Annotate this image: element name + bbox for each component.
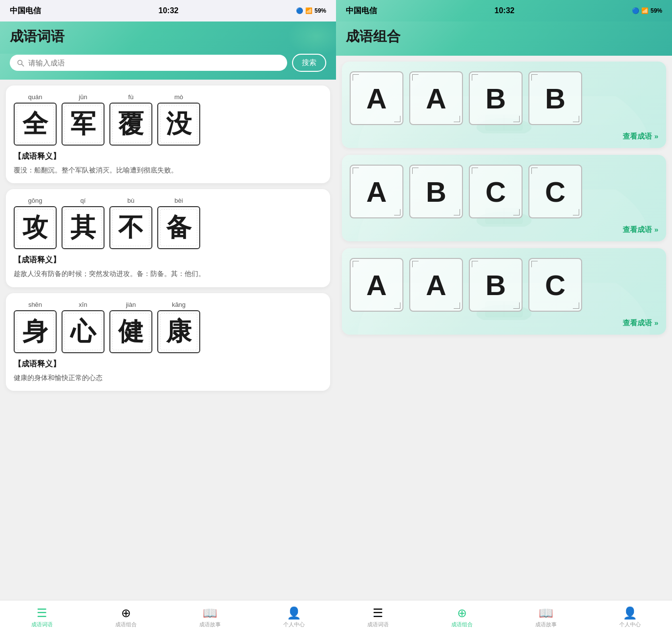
search-input[interactable] <box>28 59 280 67</box>
char-col-1-3: fù 覆 <box>109 93 152 146</box>
nav-item-combo-left[interactable]: ⊕ 成语组合 <box>115 607 137 628</box>
pinyin-3-4: kāng <box>172 301 186 308</box>
char-box-2-3: 不 <box>109 206 152 249</box>
nav-label-chengyu-left: 成语词语 <box>31 621 53 628</box>
battery-right: 59% <box>651 7 662 14</box>
pattern-char-1-1: A <box>350 71 403 125</box>
chars-row-3: shēn 身 xīn 心 jiàn 健 kāng 康 <box>14 301 322 353</box>
char-col-2-4: bèi 备 <box>157 197 200 249</box>
pattern-chars-1: A A B B <box>350 71 658 125</box>
chars-row-2: gōng 攻 qí 其 bù 不 bèi 备 <box>14 197 322 249</box>
char-col-1-2: jūn 军 <box>62 93 105 146</box>
meaning-text-1: 覆没：船翻沉。整个军队被消灭。比喻遭到彻底失败。 <box>14 165 322 175</box>
nav-item-story-left[interactable]: 📖 成语故事 <box>199 607 221 628</box>
page-title-left: 成语词语 <box>10 27 326 46</box>
char-col-2-2: qí 其 <box>62 197 105 249</box>
view-link-3[interactable]: 查看成语 » <box>350 319 658 328</box>
char-col-2-1: gōng 攻 <box>14 197 57 249</box>
page-header-left: 成语词语 <box>0 21 336 54</box>
right-phone: 中国电信 10:32 🔵 📶 59% 成语组合 A A B B <box>336 0 672 639</box>
meaning-title-2: 【成语释义】 <box>14 255 322 265</box>
char-col-3-3: jiàn 健 <box>109 301 152 353</box>
pinyin-2-4: bèi <box>174 197 183 204</box>
nav-item-profile-left[interactable]: 👤 个人中心 <box>283 607 305 628</box>
nav-item-chengyu-left[interactable]: ☰ 成语词语 <box>31 607 53 628</box>
nav-item-chengyu-right[interactable]: ☰ 成语词语 <box>367 607 389 628</box>
pattern-char-2-4: C <box>528 165 582 218</box>
profile-icon-left: 👤 <box>287 607 301 619</box>
nav-label-combo-right: 成语组合 <box>451 621 473 628</box>
nav-label-profile-left: 个人中心 <box>283 621 305 628</box>
view-anchor-1[interactable]: 查看成语 » <box>623 132 658 140</box>
pattern-char-2-1: A <box>350 165 403 218</box>
char-box-2-4: 备 <box>157 206 200 249</box>
pattern-list: A A B B 查看成语 » A B C C <box>336 56 672 600</box>
char-box-3-4: 康 <box>157 310 200 353</box>
char-box-1-4: 没 <box>157 103 200 146</box>
char-col-3-1: shēn 身 <box>14 301 57 353</box>
view-link-1[interactable]: 查看成语 » <box>350 132 658 141</box>
svg-line-1 <box>21 64 23 66</box>
meaning-text-3: 健康的身体和愉快正常的心态 <box>14 372 322 383</box>
view-anchor-3[interactable]: 查看成语 » <box>623 319 658 327</box>
nav-label-profile-right: 个人中心 <box>619 621 641 628</box>
view-anchor-2[interactable]: 查看成语 » <box>623 225 658 234</box>
status-icons-right: 🔵 📶 59% <box>632 7 662 14</box>
pattern-char-1-2: A <box>409 71 463 125</box>
pattern-char-3-1: A <box>350 258 403 312</box>
pattern-char-1-4: B <box>528 71 582 125</box>
nav-item-profile-right[interactable]: 👤 个人中心 <box>619 607 641 628</box>
search-input-wrap[interactable] <box>10 55 287 71</box>
status-icons-left: 🔵 📶 59% <box>296 7 326 14</box>
pinyin-2-2: qí <box>81 197 86 204</box>
pattern-card-2: A B C C 查看成语 » <box>342 155 666 241</box>
pinyin-3-1: shēn <box>28 301 42 308</box>
status-bar-left: 中国电信 10:32 🔵 📶 59% <box>0 0 336 21</box>
pinyin-1-2: jūn <box>79 93 87 101</box>
bottom-nav-left: ☰ 成语词语 ⊕ 成语组合 📖 成语故事 👤 个人中心 <box>0 600 336 639</box>
left-phone: 中国电信 10:32 🔵 📶 59% 成语词语 搜索 <box>0 0 336 639</box>
chengyu-card-1: quán 全 jūn 军 fù 覆 mò 没 【成语释义】 覆没：船翻沉。整个军… <box>6 85 330 183</box>
nav-label-story-right: 成语故事 <box>535 621 557 628</box>
time-display-right: 10:32 <box>495 6 515 15</box>
char-col-2-3: bù 不 <box>109 197 152 249</box>
signal-icon: 📶 <box>305 7 313 14</box>
pattern-char-3-4: C <box>528 258 582 312</box>
pinyin-2-1: gōng <box>28 197 42 204</box>
view-link-2[interactable]: 查看成语 » <box>350 225 658 234</box>
meaning-title-1: 【成语释义】 <box>14 151 322 162</box>
char-box-1-2: 军 <box>62 103 105 146</box>
pinyin-1-4: mò <box>174 93 183 101</box>
pattern-card-1: A A B B 查看成语 » <box>342 62 666 148</box>
char-box-3-2: 心 <box>62 310 105 353</box>
carrier-right: 中国电信 <box>346 6 377 16</box>
nav-item-story-right[interactable]: 📖 成语故事 <box>535 607 557 628</box>
combo-header: 成语组合 <box>336 21 672 56</box>
chars-row-1: quán 全 jūn 军 fù 覆 mò 没 <box>14 93 322 146</box>
chengyu-card-2: gōng 攻 qí 其 bù 不 bèi 备 【成语释义】 趁敌人没有防备的时候… <box>6 189 330 287</box>
char-box-2-2: 其 <box>62 206 105 249</box>
char-col-3-4: kāng 康 <box>157 301 200 353</box>
status-bar-right: 中国电信 10:32 🔵 📶 59% <box>336 0 672 21</box>
bluetooth-icon: 🔵 <box>296 7 303 14</box>
time-left: 中国电信 <box>10 6 41 16</box>
chengyu-card-3: shēn 身 xīn 心 jiàn 健 kāng 康 【成语释义】 健康的身体和… <box>6 293 330 391</box>
meaning-title-3: 【成语释义】 <box>14 359 322 369</box>
pattern-char-3-2: A <box>409 258 463 312</box>
search-button[interactable]: 搜索 <box>292 54 326 72</box>
chengyu-icon-left: ☰ <box>37 607 47 619</box>
nav-label-chengyu-right: 成语词语 <box>367 621 389 628</box>
pattern-char-2-2: B <box>409 165 463 218</box>
combo-icon-right: ⊕ <box>457 607 467 619</box>
pattern-chars-3: A A B C <box>350 258 658 312</box>
page-title-right: 成语组合 <box>346 27 662 46</box>
char-box-1-3: 覆 <box>109 103 152 146</box>
char-box-1-1: 全 <box>14 103 57 146</box>
pinyin-1-1: quán <box>28 93 42 101</box>
nav-item-combo-right[interactable]: ⊕ 成语组合 <box>451 607 473 628</box>
pattern-card-3: A A B C 查看成语 » <box>342 248 666 335</box>
char-col-1-1: quán 全 <box>14 93 57 146</box>
header-gradient-left: 成语词语 搜索 <box>0 21 336 80</box>
char-box-3-1: 身 <box>14 310 57 353</box>
pattern-char-2-3: C <box>469 165 523 218</box>
